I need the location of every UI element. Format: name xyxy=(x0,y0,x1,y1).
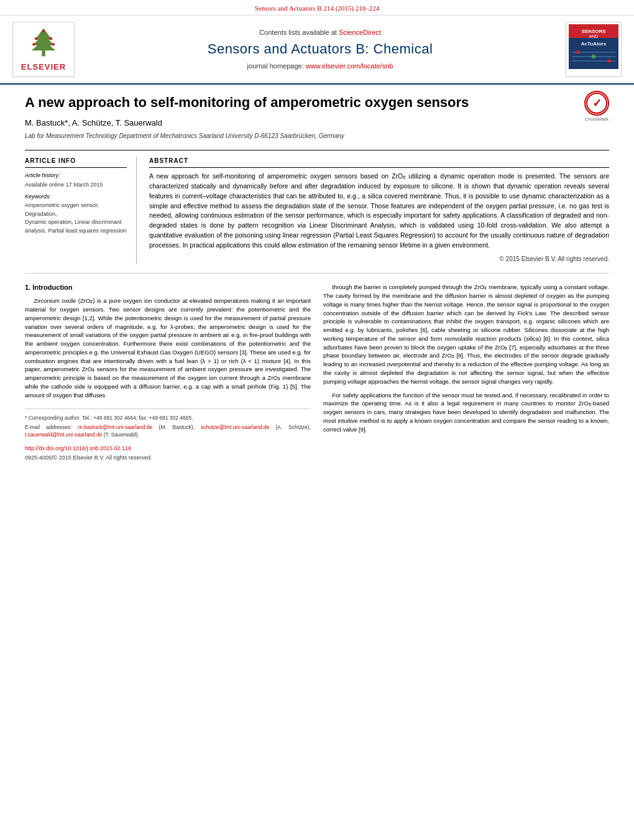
introduction-title: 1. Introduction xyxy=(25,283,311,293)
elsevier-logo: ELSEVIER xyxy=(12,22,75,76)
email2-link[interactable]: schutze@lmt.uni-saarland.de xyxy=(201,424,269,430)
svg-text:SENSORS: SENSORS xyxy=(581,29,606,34)
elsevier-text: ELSEVIER xyxy=(21,62,66,73)
section-title-text: Introduction xyxy=(32,284,72,291)
history-label: Article history: xyxy=(25,172,127,180)
email1-link[interactable]: m.bastuck@lmt.uni-saarland.de xyxy=(78,424,153,430)
journal-header: ELSEVIER Contents lists available at Sci… xyxy=(0,16,634,84)
crossmark-icon: ✓ xyxy=(586,92,608,114)
section-number: 1. xyxy=(25,284,30,291)
section-divider xyxy=(25,273,609,274)
contents-line: Contents lists available at ScienceDirec… xyxy=(81,28,559,37)
article-info-panel: ARTICLE INFO Article history: Available … xyxy=(25,157,137,264)
doi-link[interactable]: http://dx.doi.org/10.1016/j.snb.2015.02.… xyxy=(25,445,131,451)
authors-text: M. Bastuck*, A. Schütze, T. Sauerwald xyxy=(25,118,162,127)
abstract-heading: ABSTRACT xyxy=(149,157,609,168)
journal-citation: Sensors and Actuators B 214 (2015) 218–2… xyxy=(255,4,379,12)
intro-paragraph-right2: For safety applications the function of … xyxy=(323,391,609,434)
available-online: Available online 17 March 2015 xyxy=(25,181,127,189)
journal-name: Sensors and Actuators B: Chemical xyxy=(81,40,559,59)
svg-point-4 xyxy=(35,37,38,40)
affiliation: Lab for Measurement Technology Departmen… xyxy=(25,132,609,141)
col-right: through the barrier is completely pumped… xyxy=(323,283,609,462)
homepage-url[interactable]: www.elsevier.com/locate/snb xyxy=(306,62,393,70)
email3-link[interactable]: t.sauerwald@lmt.uni-saarland.de xyxy=(25,432,102,438)
svg-text:AcTuAtors: AcTuAtors xyxy=(581,41,607,47)
sensors-logo-box: SENSORS AND AcTuAtors xyxy=(566,22,622,76)
svg-text:AND: AND xyxy=(589,34,599,39)
journal-title-center: Contents lists available at ScienceDirec… xyxy=(81,22,559,76)
contents-label: Contents lists available at xyxy=(259,29,337,36)
keywords-list: Amperometric oxygen sensor, Degradation,… xyxy=(25,201,127,235)
email-label: E-mail addresses: xyxy=(25,424,72,430)
svg-point-7 xyxy=(52,43,55,46)
svg-point-8 xyxy=(42,30,45,33)
doi-line: http://dx.doi.org/10.1016/j.snb.2015.02.… xyxy=(25,445,311,453)
crossmark-area: ✓ CrossMark xyxy=(584,91,609,122)
article-title: A new approach to self-monitoring of amp… xyxy=(25,94,609,112)
corresponding-note: * Corresponding author. Tel.: +49 681 30… xyxy=(25,414,311,422)
article-info-abstract: ARTICLE INFO Article history: Available … xyxy=(25,150,609,264)
email-area: E-mail addresses: m.bastuck@lmt.uni-saar… xyxy=(25,423,311,439)
keyword-1: Amperometric oxygen sensor, Degradation, xyxy=(25,202,99,217)
crossmark-label: CrossMark xyxy=(584,116,609,122)
top-bar: Sensors and Actuators B 214 (2015) 218–2… xyxy=(0,0,634,16)
sciencedirect-link[interactable]: ScienceDirect xyxy=(339,29,381,36)
issn-line: 0925-4005/© 2015 Elsevier B.V. All right… xyxy=(25,454,311,462)
elsevier-tree-icon xyxy=(22,25,65,60)
homepage-line: journal homepage: www.elsevier.com/locat… xyxy=(81,62,559,71)
sensors-logo-svg: SENSORS AND AcTuAtors xyxy=(569,24,618,69)
two-columns: 1. Introduction Zirconium oxide (ZrO₂) i… xyxy=(25,283,609,462)
email3-name: (T. Sauerwald). xyxy=(104,432,139,438)
article-info-heading: ARTICLE INFO xyxy=(25,157,127,168)
email1-name: (M. Bastuck), xyxy=(158,424,195,430)
copyright-line: © 2015 Elsevier B.V. All rights reserved… xyxy=(149,255,609,264)
svg-point-5 xyxy=(50,37,53,40)
svg-point-17 xyxy=(576,50,580,54)
authors: M. Bastuck*, A. Schütze, T. Sauerwald xyxy=(25,118,609,129)
svg-point-6 xyxy=(32,43,35,46)
svg-point-18 xyxy=(592,55,595,58)
intro-paragraph-1: Zirconium oxide (ZrO₂) is a pure oxygen … xyxy=(25,297,311,399)
svg-point-19 xyxy=(607,59,611,63)
homepage-label: journal homepage: xyxy=(247,62,304,70)
svg-text:✓: ✓ xyxy=(592,97,602,109)
email2-name: (A. Schütze), xyxy=(275,424,311,430)
keyword-3: analysis, Partial least squares regressi… xyxy=(25,228,127,234)
keywords-label: Keywords: xyxy=(25,193,127,201)
abstract-text: A new approach for self-monitoring of am… xyxy=(149,172,609,250)
abstract-section: ABSTRACT A new approach for self-monitor… xyxy=(149,157,609,264)
sensors-logo-image: SENSORS AND AcTuAtors xyxy=(569,24,618,69)
article-body: ✓ CrossMark A new approach to self-monit… xyxy=(0,85,634,475)
footnote-area: * Corresponding author. Tel.: +49 681 30… xyxy=(25,408,311,462)
col-left: 1. Introduction Zirconium oxide (ZrO₂) i… xyxy=(25,283,311,462)
crossmark-badge: ✓ xyxy=(584,91,609,116)
keyword-2: Dynamic operation, Linear discriminant xyxy=(25,219,122,225)
intro-paragraph-right1: through the barrier is completely pumped… xyxy=(323,283,609,385)
page-wrapper: Sensors and Actuators B 214 (2015) 218–2… xyxy=(0,0,634,840)
